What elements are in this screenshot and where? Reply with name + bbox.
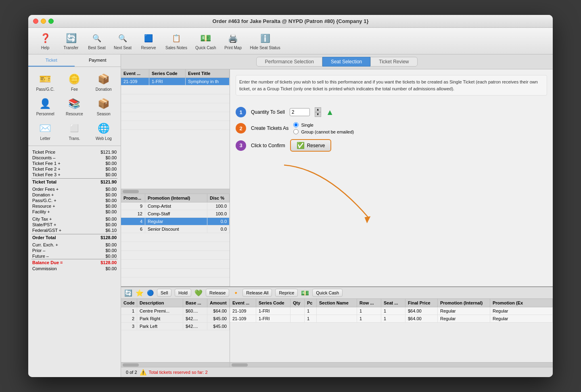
letter-button[interactable]: ✉️ Letter <box>31 119 59 142</box>
personnel-label: Personnel <box>36 112 54 116</box>
reserve-button[interactable]: 🟦 Reserve <box>136 30 161 52</box>
hide-seat-status-icon: ℹ️ <box>259 32 272 45</box>
maximize-button[interactable] <box>48 19 54 24</box>
tab-seat-selection[interactable]: Seat Selection <box>322 57 370 67</box>
discounts-label: Discounts – <box>32 155 55 160</box>
qty-up-arrow[interactable]: ▲ <box>315 107 321 112</box>
season-button[interactable]: 📦 Season <box>90 95 117 118</box>
tickets-scrollbar-thumb[interactable] <box>232 363 248 367</box>
minimize-button[interactable] <box>41 19 46 24</box>
reserve-confirm-button[interactable]: ✅ Reserve <box>290 139 332 152</box>
quick-cash-button[interactable]: 💵 Quick Cash <box>192 30 219 52</box>
promo-row-4[interactable]: 6 Senior Discount 0.0 <box>121 225 230 233</box>
help-button[interactable]: ❓ Help <box>33 30 57 52</box>
promo-row-empty-6 <box>121 277 230 286</box>
hide-seat-status-button[interactable]: ℹ️ Hide Seat Status <box>247 30 284 52</box>
radio-group-label: Group (cannot be emailed) <box>301 129 354 134</box>
promo-row-3[interactable]: 4 Regular 0.0 <box>121 218 230 225</box>
reprice-label: Reprice <box>279 290 294 295</box>
promo-row-2[interactable]: 12 Comp-Staff 100.0 <box>121 210 230 218</box>
pass-gc-button[interactable]: 🎫 Pass/G.C. <box>31 70 59 93</box>
trans-label: Trans. <box>69 136 80 141</box>
radio-group[interactable] <box>293 129 299 134</box>
svg-marker-0 <box>365 216 371 223</box>
order-fees-label: Order Fees + <box>32 187 59 192</box>
promo-name-4: Senior Discount <box>145 225 207 233</box>
ticket-row-2[interactable]: 21-109 1-FRI 1 1 1 $64.00 Regular Regula… <box>230 315 553 323</box>
release-all-button[interactable]: Release All <box>242 289 272 297</box>
radio-single-item[interactable]: Single <box>293 122 354 127</box>
event-row[interactable]: 21-109 1-FRI Symphony in th <box>121 78 230 85</box>
tab-payment[interactable]: Payment <box>75 54 121 67</box>
ticket-row-1[interactable]: 21-109 1-FRI 1 1 1 $64.00 Regular Regula… <box>230 307 553 315</box>
code-table-body: 1 Centre Premi... $60.... $64.00 2 Park … <box>121 307 230 330</box>
transfer-button[interactable]: 🔄 Transfer <box>59 30 83 52</box>
radio-single[interactable] <box>293 122 299 127</box>
info-circle-icon[interactable]: 🔵 <box>147 290 154 296</box>
code-section: Code Description Base ... Amount 1 Centr… <box>121 299 230 367</box>
code-scrollbar[interactable] <box>121 362 230 367</box>
best-seat-button[interactable]: 🔍 Best Seat <box>85 30 109 52</box>
tab-ticket[interactable]: Ticket <box>28 54 75 67</box>
qty-check-icon: ▲ <box>326 108 334 117</box>
transfer-icon: 🔄 <box>65 32 77 45</box>
desc-3: Park Left <box>137 323 183 330</box>
future-label: Future – <box>32 254 49 259</box>
trans-button[interactable]: ⬜ Trans. <box>61 119 88 142</box>
code-scrollbar-thumb[interactable] <box>123 363 139 367</box>
ticket-fee1-row: Ticket Fee 1 + $0.00 <box>31 161 117 166</box>
star-icon[interactable]: ⭐ <box>136 289 144 297</box>
refresh-icon[interactable]: 🔄 <box>124 289 132 297</box>
t-series-1: 1-FRI <box>256 307 290 315</box>
hide-seat-status-label: Hide Seat Status <box>250 46 280 50</box>
city-tax-label: City Tax + <box>32 217 52 221</box>
t-row-header: Row ... <box>357 299 381 307</box>
hold-button[interactable]: Hold <box>175 289 191 297</box>
step-1-number: 1 <box>236 107 246 117</box>
promo-row-empty-4 <box>121 260 230 269</box>
tab-ticket-review[interactable]: Ticket Review <box>370 57 417 67</box>
personnel-button[interactable]: 👤 Personnel <box>31 95 59 118</box>
t-pc-1: 1 <box>305 307 317 315</box>
discounts-row: Discounts – $0.00 <box>31 155 117 161</box>
step-2-row: 2 Create Tickets As Single Group (cannot… <box>236 122 547 134</box>
code-row-2[interactable]: 2 Park Right $42.... $45.00 <box>121 315 230 323</box>
reprice-button[interactable]: Reprice <box>275 289 298 297</box>
events-scrollbar-thumb[interactable] <box>123 190 139 193</box>
donation-button[interactable]: 📦 Donation <box>90 70 117 93</box>
events-table: 21-109 1-FRI Symphony in th <box>121 78 230 189</box>
close-button[interactable] <box>33 19 38 24</box>
events-scrollbar[interactable] <box>121 189 230 194</box>
resource-button[interactable]: 📚 Resource <box>61 95 88 118</box>
sell-button[interactable]: Sell <box>157 289 171 297</box>
tickets-scrollbar[interactable] <box>230 362 553 367</box>
right-main: Performance Selection Seat Selection Tic… <box>121 54 553 377</box>
release-green-icon: 💚 <box>194 289 203 297</box>
t-pc-2: 1 <box>305 315 317 322</box>
sidebar-tab-bar: Ticket Payment <box>28 54 121 67</box>
tab-performance-selection[interactable]: Performance Selection <box>256 57 322 67</box>
code-row-3[interactable]: 3 Park Left $42.... $45.00 <box>121 323 230 330</box>
next-seat-button[interactable]: 🔍 Next Seat <box>111 30 135 52</box>
qty-down-arrow[interactable]: ▼ <box>315 112 321 117</box>
content-split: Event ... Series Code Event Title 21-109… <box>121 69 553 286</box>
reserve-btn-label: Reserve <box>307 143 325 148</box>
event-row-empty-1 <box>121 85 230 94</box>
window-controls[interactable] <box>33 19 54 24</box>
promo-row-1[interactable]: 9 Comp-Artist 100.0 <box>121 202 230 210</box>
quick-cash-bottom-button[interactable]: Quick Cash <box>312 289 343 297</box>
code-row-1[interactable]: 1 Centre Premi... $60.... $64.00 <box>121 307 230 315</box>
ticket-fee1-label: Ticket Fee 1 + <box>32 161 61 166</box>
commission-label: Commission <box>32 266 57 271</box>
print-map-label: Print Map <box>224 46 242 50</box>
fee-button[interactable]: 🪙 Fee <box>61 70 88 93</box>
t-seat-1: 1 <box>381 307 405 315</box>
web-log-button[interactable]: 🌐 Web Log <box>90 119 117 142</box>
print-map-button[interactable]: 🖨️ Print Map <box>221 30 245 52</box>
release-all-orange-icon: 🔸 <box>232 290 239 296</box>
seat-steps: 1 Quantity To Sell ▲ ▼ ▲ 2 <box>236 107 547 152</box>
release-button[interactable]: Release <box>206 289 229 297</box>
sales-notes-button[interactable]: 📋 Sales Notes <box>162 30 190 52</box>
radio-group-item[interactable]: Group (cannot be emailed) <box>293 129 354 134</box>
quantity-input[interactable] <box>290 108 310 116</box>
